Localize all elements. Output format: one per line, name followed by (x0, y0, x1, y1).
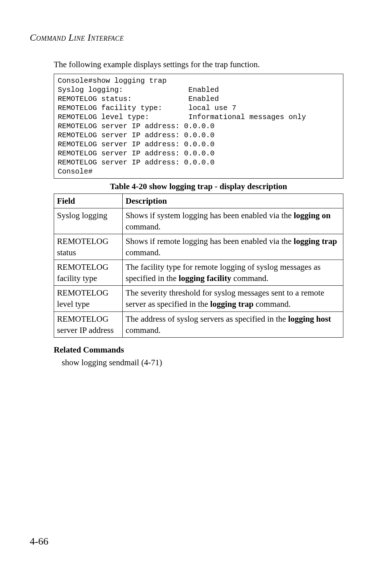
console-line: Syslog logging: Enabled (58, 86, 219, 94)
col-head-field: Field (54, 194, 123, 208)
table-row: REMOTELOG level type The severity thresh… (54, 286, 343, 312)
description-table: Field Description Syslog logging Shows i… (54, 194, 343, 338)
cell-description: Shows if system logging has been enabled… (123, 208, 343, 234)
cell-description: The severity threshold for syslog messag… (123, 286, 343, 312)
col-head-description: Description (123, 194, 343, 208)
running-header: Command Line Interface (30, 31, 124, 44)
console-line: REMOTELOG server IP address: 0.0.0.0 (58, 149, 215, 158)
cell-field: REMOTELOG level type (54, 286, 123, 312)
console-output-box: Console#show logging trap Syslog logging… (54, 74, 343, 179)
table-header-row: Field Description (54, 194, 343, 208)
cell-description: The address of syslog servers as specifi… (123, 312, 343, 337)
cell-description: Shows if remote logging has been enabled… (123, 234, 343, 260)
console-line: Console#show logging trap (58, 77, 167, 85)
cell-field: REMOTELOG facility type (54, 260, 123, 286)
related-commands-heading: Related Commands (54, 344, 343, 355)
console-line: REMOTELOG server IP address: 0.0.0.0 (58, 140, 215, 148)
table-row: Syslog logging Shows if system logging h… (54, 208, 343, 234)
table-row: REMOTELOG server IP address The address … (54, 312, 343, 337)
console-line: REMOTELOG status: Enabled (58, 95, 219, 103)
page-number: 4-66 (30, 534, 48, 548)
cell-field: REMOTELOG status (54, 234, 123, 260)
related-command-item: show logging sendmail (4-71) (62, 357, 343, 368)
console-line: REMOTELOG server IP address: 0.0.0.0 (58, 131, 215, 139)
table-row: REMOTELOG facility type The facility typ… (54, 260, 343, 286)
console-line: Console# (58, 167, 93, 176)
console-line: REMOTELOG server IP address: 0.0.0.0 (58, 122, 215, 130)
console-line: REMOTELOG server IP address: 0.0.0.0 (58, 158, 215, 167)
console-line: REMOTELOG facility type: local use 7 (58, 104, 236, 112)
table-row: REMOTELOG status Shows if remote logging… (54, 234, 343, 260)
intro-paragraph: The following example displays settings … (54, 59, 343, 70)
console-line: REMOTELOG level type: Informational mess… (58, 113, 306, 121)
table-caption: Table 4-20 show logging trap - display d… (54, 181, 343, 192)
cell-field: REMOTELOG server IP address (54, 312, 123, 337)
cell-description: The facility type for remote logging of … (123, 260, 343, 286)
page-body: The following example displays settings … (54, 59, 343, 368)
page: Command Line Interface The following exa… (0, 0, 392, 570)
cell-field: Syslog logging (54, 208, 123, 234)
